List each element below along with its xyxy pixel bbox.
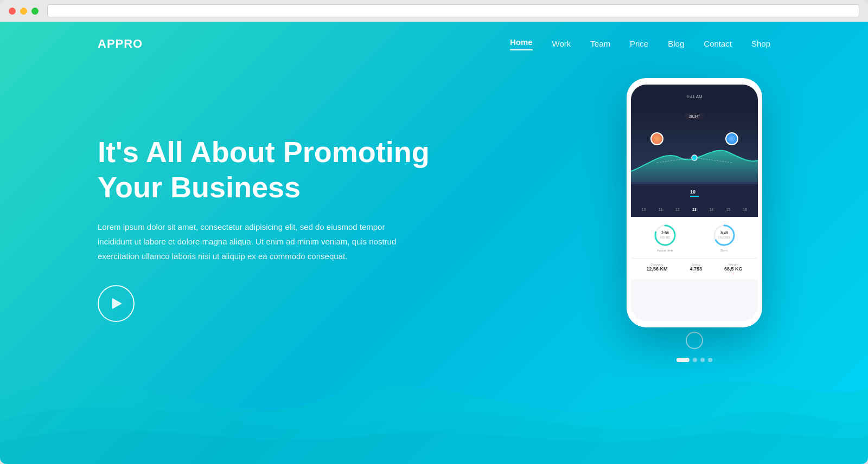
nav-item-home[interactable]: Home <box>510 37 533 50</box>
svg-text:8,45: 8,45 <box>720 231 728 235</box>
metric-weight-value: 68,5 KG <box>724 266 743 272</box>
phone-dot-3[interactable] <box>700 358 705 362</box>
minimize-button[interactable] <box>20 8 27 15</box>
stat-item: 10 <box>690 189 699 197</box>
nav-item-contact[interactable]: Contact <box>704 39 732 49</box>
nav-item-shop[interactable]: Shop <box>751 39 770 49</box>
metric-steps-value: 4.753 <box>690 266 702 272</box>
nav-item-price[interactable]: Price <box>630 39 648 49</box>
phone-metrics: Distance 12,56 KM ↑ Steps 4.753 ↑ <box>631 258 758 279</box>
cal-day-12: 12 <box>675 208 680 211</box>
cal-day-13: 13 <box>692 208 697 211</box>
phone-chart: 28,34° <box>631 108 758 184</box>
nav-item-team[interactable]: Team <box>590 39 610 49</box>
hero-section: APPRO Home Work Team Price <box>0 22 868 464</box>
circle-active-time: 2:56 HOURS Active time <box>653 223 678 252</box>
browser-content: APPRO Home Work Team Price <box>0 22 868 464</box>
phone-circles: 2:56 HOURS Active time <box>631 217 758 258</box>
cal-day-16: 16 <box>743 208 748 211</box>
circle-label-active: Active time <box>657 249 673 252</box>
phone-screen: 9:41 AM 28,34° <box>631 85 758 321</box>
phone-carousel-dots <box>618 358 770 362</box>
circle-burn: 8,45 CALORIES Burn <box>712 223 737 252</box>
metric-weight-change: ↓ <box>724 272 743 275</box>
browser-titlebar <box>0 0 868 22</box>
play-icon <box>112 298 122 309</box>
cal-day-10: 10 <box>642 208 646 211</box>
chart-svg <box>631 139 758 184</box>
stat-value: 10 <box>690 189 699 195</box>
cal-day-15: 15 <box>726 208 730 211</box>
hero-content: It's All About PromotingYour Business Lo… <box>0 51 868 362</box>
phone-status-text: 9:41 AM <box>686 94 702 99</box>
metric-weight: Weight 68,5 KG ↓ <box>724 263 743 275</box>
hero-text-block: It's All About PromotingYour Business Lo… <box>98 134 430 323</box>
nav-link-price[interactable]: Price <box>630 39 648 48</box>
nav-link-shop[interactable]: Shop <box>751 39 770 48</box>
stat-underline <box>690 196 699 197</box>
nav-item-work[interactable]: Work <box>552 39 571 49</box>
metric-distance-change: ↑ <box>646 272 667 275</box>
svg-text:CALORIES: CALORIES <box>718 236 730 239</box>
nav-link-home[interactable]: Home <box>510 37 533 47</box>
phone-dot-4[interactable] <box>708 358 712 362</box>
metric-distance: Distance 12,56 KM ↑ <box>646 263 667 275</box>
logo: APPRO <box>98 37 143 51</box>
nav-underline <box>510 49 533 50</box>
nav-link-team[interactable]: Team <box>590 39 610 48</box>
phone-dot-1[interactable] <box>676 358 690 362</box>
hero-subtitle: Lorem ipsum dolor sit amet, consectetur … <box>98 220 401 263</box>
metric-steps: Steps 4.753 ↑ <box>690 263 702 275</box>
cal-day-11: 11 <box>659 208 663 211</box>
phone-dot-2[interactable] <box>693 358 697 362</box>
nav-links: Home Work Team Price Blog <box>510 37 770 50</box>
phone-mockup: 9:41 AM 28,34° <box>618 78 770 362</box>
chart-label: 28,34° <box>685 113 704 120</box>
phone-outer: 9:41 AM 28,34° <box>627 78 762 327</box>
phone-topbar: 9:41 AM <box>631 85 758 108</box>
browser-window: APPRO Home Work Team Price <box>0 0 868 464</box>
phone-home-button[interactable] <box>686 332 703 349</box>
nav-link-contact[interactable]: Contact <box>704 39 732 48</box>
close-button[interactable] <box>9 8 16 15</box>
circle-label-burn: Burn <box>720 249 727 252</box>
play-button[interactable] <box>98 285 135 322</box>
circle-ring-burn: 8,45 CALORIES <box>712 223 737 248</box>
svg-text:HOURS: HOURS <box>660 236 670 239</box>
address-bar[interactable] <box>47 4 859 17</box>
nav-link-work[interactable]: Work <box>552 39 571 48</box>
nav-item-blog[interactable]: Blog <box>668 39 684 49</box>
phone-calendar: 10 11 12 13 14 15 16 <box>631 202 758 217</box>
metric-steps-change: ↑ <box>690 272 702 275</box>
metric-distance-value: 12,56 KM <box>646 266 667 272</box>
nav-link-blog[interactable]: Blog <box>668 39 684 48</box>
navbar: APPRO Home Work Team Price <box>0 22 868 51</box>
cal-day-14: 14 <box>709 208 713 211</box>
svg-text:2:56: 2:56 <box>661 231 668 235</box>
phone-stats: 10 <box>631 184 758 202</box>
circle-ring-active: 2:56 HOURS <box>653 223 678 248</box>
hero-title: It's All About PromotingYour Business <box>98 134 430 205</box>
traffic-lights <box>9 8 39 15</box>
maximize-button[interactable] <box>31 8 39 15</box>
